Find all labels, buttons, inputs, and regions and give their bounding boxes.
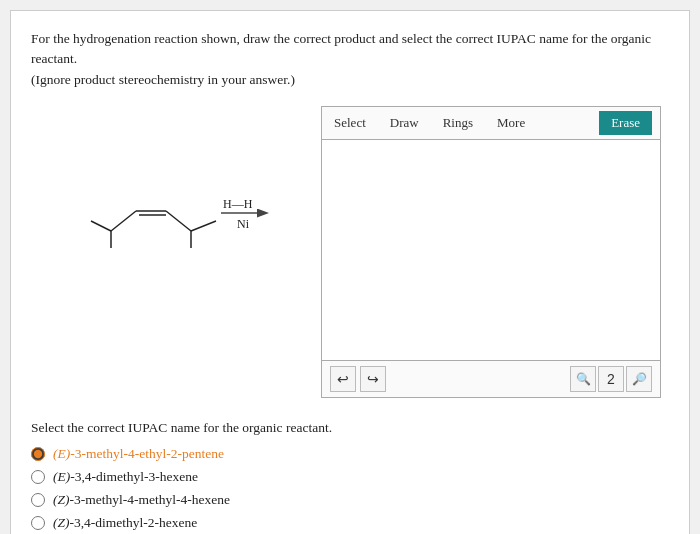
radio-opt3[interactable] [31, 493, 45, 507]
redo-icon: ↪ [367, 371, 379, 387]
redo-button[interactable]: ↪ [360, 366, 386, 392]
answer-option-4[interactable]: (Z)-3,4-dimethyl-2-hexene [31, 515, 669, 531]
radio-opt2[interactable] [31, 470, 45, 484]
footer-right: 🔍 2 🔍 [570, 366, 652, 392]
answer-option-3[interactable]: (Z)-3-methyl-4-methyl-4-hexene [31, 492, 669, 508]
radio-opt1[interactable] [31, 447, 45, 461]
radio-opt4[interactable] [31, 516, 45, 530]
svg-line-3 [166, 211, 191, 231]
option3-label[interactable]: (Z)-3-methyl-4-methyl-4-hexene [53, 492, 230, 508]
zoom-out-icon: 🔍 [632, 372, 647, 386]
more-tool-button[interactable]: More [493, 113, 529, 133]
zoom-out-button[interactable]: 🔍 [626, 366, 652, 392]
footer-left: ↩ ↪ [330, 366, 386, 392]
question-text: For the hydrogenation reaction shown, dr… [31, 29, 669, 90]
question-line1: For the hydrogenation reaction shown, dr… [31, 31, 651, 66]
draw-toolbar: Select Draw Rings More Erase [322, 107, 660, 140]
content-area: H—H Ni Select Draw Rings More Erase ↩ [31, 106, 669, 398]
question-line2: (Ignore product stereochemistry in your … [31, 72, 295, 87]
undo-button[interactable]: ↩ [330, 366, 356, 392]
rings-tool-button[interactable]: Rings [439, 113, 477, 133]
page-container: For the hydrogenation reaction shown, dr… [10, 10, 690, 534]
zoom-in-button[interactable]: 🔍 [570, 366, 596, 392]
select-tool-button[interactable]: Select [330, 113, 370, 133]
undo-icon: ↩ [337, 371, 349, 387]
option1-label[interactable]: (E)-3-methyl-4-ethyl-2-pentene [53, 446, 224, 462]
answer-option-2[interactable]: (E)-3,4-dimethyl-3-hexene [31, 469, 669, 485]
svg-text:Ni: Ni [237, 217, 250, 231]
erase-button[interactable]: Erase [599, 111, 652, 135]
answer-option-1[interactable]: (E)-3-methyl-4-ethyl-2-pentene [31, 446, 669, 462]
svg-line-0 [111, 211, 136, 231]
draw-tool-button[interactable]: Draw [386, 113, 423, 133]
zoom-in-icon: 🔍 [576, 372, 591, 386]
answer-section: Select the correct IUPAC name for the or… [31, 420, 669, 531]
draw-canvas[interactable] [322, 140, 660, 360]
molecule-area: H—H Ni [31, 106, 321, 256]
draw-footer: ↩ ↪ 🔍 2 🔍 [322, 360, 660, 397]
svg-line-6 [191, 221, 216, 231]
molecule-diagram: H—H Ni [71, 166, 291, 256]
answer-prompt: Select the correct IUPAC name for the or… [31, 420, 669, 436]
svg-line-4 [91, 221, 111, 231]
zoom-reset-button[interactable]: 2 [598, 366, 624, 392]
svg-text:H—H: H—H [223, 197, 253, 211]
option4-label[interactable]: (Z)-3,4-dimethyl-2-hexene [53, 515, 197, 531]
draw-panel: Select Draw Rings More Erase ↩ ↪ [321, 106, 661, 398]
option2-label[interactable]: (E)-3,4-dimethyl-3-hexene [53, 469, 198, 485]
